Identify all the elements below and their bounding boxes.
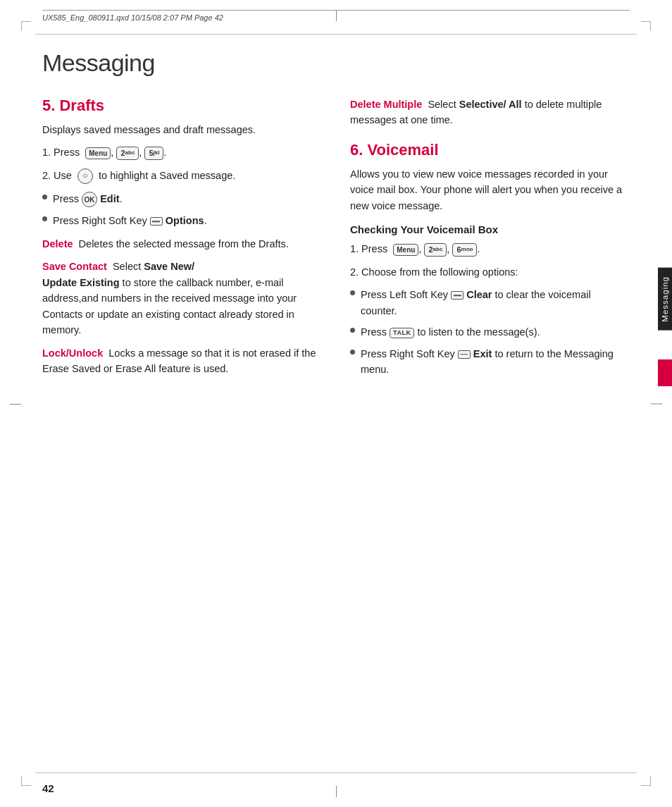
nav-key: ○ xyxy=(77,168,93,184)
checking-heading: Checking Your Voicemail Box xyxy=(350,223,630,235)
sidebar-tab-label: Messaging xyxy=(661,276,669,322)
drafts-bullet-list: Press OK Edit. Press Right Soft Key Opti… xyxy=(42,191,322,229)
reg-mark-bottom xyxy=(330,786,342,797)
key-2abc: 2abc xyxy=(116,147,139,159)
vm-step1-prefix: 1. Press xyxy=(350,243,387,254)
reg-mark-left xyxy=(10,398,21,409)
col-right: Delete Multiple Select Selective/ All to… xyxy=(350,97,630,385)
save-contact-label: Save Contact xyxy=(42,261,107,272)
save-contact-text: Save Contact Select Save New/Update Exis… xyxy=(42,259,322,338)
header-text: UX585_Eng_080911.qxd 10/15/08 2:07 PM Pa… xyxy=(42,13,223,22)
menu-key-1: Menu xyxy=(85,147,111,159)
bullet-dot-2 xyxy=(42,216,47,221)
corner-mark-tl xyxy=(21,21,31,31)
page-number: 42 xyxy=(42,782,54,794)
main-content: Messaging 5. Drafts Displays saved messa… xyxy=(42,39,630,765)
page-title: Messaging xyxy=(42,49,630,77)
rule-top xyxy=(35,34,637,35)
section6-heading: 6. Voicemail xyxy=(350,141,630,159)
vm-step1: 1. Press Menu, 2abc, 6mno. xyxy=(350,241,630,257)
delete-multiple-text: Delete Multiple Select Selective/ All to… xyxy=(350,97,630,128)
step1: 1. Press Menu, 2abc, 5jkl. xyxy=(42,144,322,160)
vm-step2: 2. Choose from the following options: xyxy=(350,264,630,280)
vm-step2-text: 2. Choose from the following options: xyxy=(350,266,518,278)
voicemail-bullet-list: Press Left Soft Key Clear to clear the v… xyxy=(350,287,630,377)
bullet-edit: Press OK Edit. xyxy=(42,191,322,207)
corner-mark-br xyxy=(641,776,651,786)
bullet-dot-vm2 xyxy=(350,328,355,333)
bullet-options-text: Press Right Soft Key Options. xyxy=(53,213,207,228)
key-6mno: 6mno xyxy=(452,243,477,256)
bullet-clear-text: Press Left Soft Key Clear to clear the v… xyxy=(361,287,630,319)
page-header: UX585_Eng_080911.qxd 10/15/08 2:07 PM Pa… xyxy=(42,10,630,22)
lock-unlock-label: Lock/Unlock xyxy=(42,347,103,359)
section5-heading: 5. Drafts xyxy=(42,97,322,115)
menu-key-2: Menu xyxy=(393,244,418,256)
corner-mark-bl xyxy=(21,776,31,786)
key-5jkl: 5jkl xyxy=(144,147,163,159)
softkey-icon-exit xyxy=(458,350,471,359)
step2-suffix: to highlight a Saved message. xyxy=(99,170,235,181)
sidebar-tab-highlight xyxy=(658,359,672,386)
bullet-dot-vm3 xyxy=(350,350,355,355)
bullet-dot-vm1 xyxy=(350,290,355,295)
delete-label: Delete xyxy=(42,238,73,250)
section5-intro: Displays saved messages and draft messag… xyxy=(42,122,322,137)
bullet-clear: Press Left Soft Key Clear to clear the v… xyxy=(350,287,630,319)
bullet-options: Press Right Soft Key Options. xyxy=(42,213,322,228)
sidebar-tab: Messaging xyxy=(658,268,672,331)
bullet-talk: Press TALK to listen to the message(s). xyxy=(350,324,630,340)
bullet-exit-text: Press Right Soft Key Exit to return to t… xyxy=(361,346,630,378)
section6-intro: Allows you to view new voice messages re… xyxy=(350,166,630,214)
step1-prefix: 1. Press xyxy=(42,147,80,158)
bullet-exit: Press Right Soft Key Exit to return to t… xyxy=(350,346,630,378)
step2-prefix: 2. Use xyxy=(42,170,72,181)
delete-multiple-label: Delete Multiple xyxy=(350,99,422,110)
corner-mark-tr xyxy=(641,21,651,31)
bullet-dot-1 xyxy=(42,195,47,199)
bullet-talk-text: Press TALK to listen to the message(s). xyxy=(361,324,540,340)
step2: 2. Use ○ to highlight a Saved message. xyxy=(42,168,322,184)
delete-body: Deletes the selected message from the Dr… xyxy=(79,238,289,250)
ok-key: OK xyxy=(82,192,97,207)
softkey-icon-options xyxy=(150,217,163,226)
delete-text: Delete Deletes the selected message from… xyxy=(42,236,322,252)
columns-container: 5. Drafts Displays saved messages and dr… xyxy=(42,97,630,385)
softkey-icon-clear xyxy=(451,291,463,300)
reg-mark-right xyxy=(651,403,662,404)
bullet-edit-text: Press OK Edit. xyxy=(53,191,123,207)
talk-key: TALK xyxy=(390,328,414,339)
lock-unlock-text: Lock/Unlock Locks a message so that it i… xyxy=(42,345,322,377)
col-left: 5. Drafts Displays saved messages and dr… xyxy=(42,97,322,385)
key-2abc-vm: 2abc xyxy=(424,243,447,256)
rule-bottom xyxy=(35,772,637,773)
